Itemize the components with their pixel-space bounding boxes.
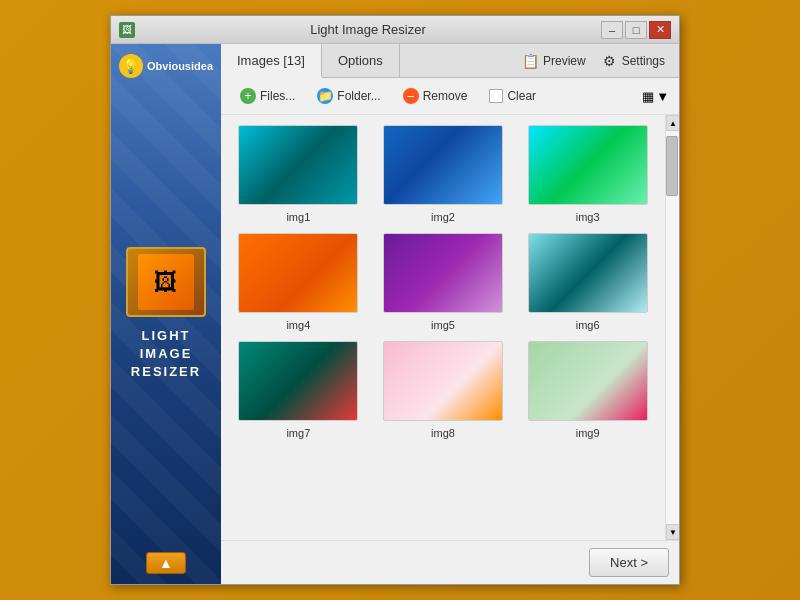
image-grid-container: img1img2img3img4img5img6img7img8img9 ▲ ▼ [221, 115, 679, 540]
remove-button[interactable]: – Remove [394, 84, 477, 108]
product-name: LIGHT IMAGE RESIZER [131, 327, 201, 382]
tab-actions: 📋 Preview ⚙ Settings [519, 51, 679, 71]
list-item[interactable]: img5 [376, 233, 511, 331]
list-item[interactable]: img1 [231, 125, 366, 223]
image-label: img7 [286, 427, 310, 439]
folder-button[interactable]: 📁 Folder... [308, 84, 389, 108]
files-button[interactable]: + Files... [231, 84, 304, 108]
image-thumbnail [528, 125, 648, 205]
preview-button[interactable]: 📋 Preview [519, 51, 590, 71]
image-label: img1 [286, 211, 310, 223]
settings-icon: ⚙ [602, 53, 618, 69]
folder-icon: 📁 [317, 88, 333, 104]
files-icon: + [240, 88, 256, 104]
sidebar-arrow-button[interactable]: ▲ [146, 552, 186, 574]
view-toggle[interactable]: ▦ ▼ [642, 89, 669, 104]
list-item[interactable]: img3 [520, 125, 655, 223]
window-title: Light Image Resizer [135, 22, 601, 37]
image-thumbnail [238, 125, 358, 205]
content-area: Images [13] Options 📋 Preview ⚙ Setti [221, 44, 679, 584]
title-bar: 🖼 Light Image Resizer – □ ✕ [111, 16, 679, 44]
image-thumbnail [528, 341, 648, 421]
image-label: img5 [431, 319, 455, 331]
remove-icon: – [403, 88, 419, 104]
scrollbar-down[interactable]: ▼ [666, 524, 679, 540]
image-thumbnail [528, 233, 648, 313]
scrollbar[interactable]: ▲ ▼ [665, 115, 679, 540]
logo-icon: 💡 [119, 54, 143, 78]
image-grid: img1img2img3img4img5img6img7img8img9 [221, 115, 665, 540]
view-dropdown-icon: ▼ [656, 89, 669, 104]
image-label: img3 [576, 211, 600, 223]
list-item[interactable]: img4 [231, 233, 366, 331]
tab-options[interactable]: Options [322, 44, 400, 78]
image-thumbnail [238, 233, 358, 313]
close-button[interactable]: ✕ [649, 21, 671, 39]
bottom-bar: Next > [221, 540, 679, 584]
settings-button[interactable]: ⚙ Settings [598, 51, 669, 71]
list-item[interactable]: img6 [520, 233, 655, 331]
image-label: img9 [576, 427, 600, 439]
main-area: 💡 Obviousidea LIGHT IMAGE RESIZER ▲ [111, 44, 679, 584]
sidebar-logo: 💡 Obviousidea [119, 54, 213, 78]
image-label: img6 [576, 319, 600, 331]
image-thumbnail [238, 341, 358, 421]
minimize-button[interactable]: – [601, 21, 623, 39]
list-item[interactable]: img9 [520, 341, 655, 439]
list-item[interactable]: img8 [376, 341, 511, 439]
list-item[interactable]: img2 [376, 125, 511, 223]
clear-button[interactable]: Clear [480, 85, 545, 107]
tab-bar: Images [13] Options 📋 Preview ⚙ Setti [221, 44, 679, 78]
application-window: 🖼 Light Image Resizer – □ ✕ 💡 Obviouside… [110, 15, 680, 585]
image-thumbnail [383, 233, 503, 313]
product-image [126, 247, 206, 317]
scrollbar-thumb[interactable] [666, 136, 678, 196]
clear-checkbox [489, 89, 503, 103]
next-button[interactable]: Next > [589, 548, 669, 577]
image-label: img2 [431, 211, 455, 223]
preview-icon: 📋 [523, 53, 539, 69]
scrollbar-track [666, 131, 679, 524]
scrollbar-up[interactable]: ▲ [666, 115, 679, 131]
image-label: img4 [286, 319, 310, 331]
window-controls: – □ ✕ [601, 21, 671, 39]
image-thumbnail [383, 125, 503, 205]
toolbar: + Files... 📁 Folder... – Remove Clear [221, 78, 679, 115]
logo-text: Obviousidea [147, 60, 213, 72]
sidebar: 💡 Obviousidea LIGHT IMAGE RESIZER ▲ [111, 44, 221, 584]
view-icon: ▦ [642, 89, 654, 104]
maximize-button[interactable]: □ [625, 21, 647, 39]
tab-images[interactable]: Images [13] [221, 44, 322, 78]
app-icon: 🖼 [119, 22, 135, 38]
image-thumbnail [383, 341, 503, 421]
image-label: img8 [431, 427, 455, 439]
list-item[interactable]: img7 [231, 341, 366, 439]
